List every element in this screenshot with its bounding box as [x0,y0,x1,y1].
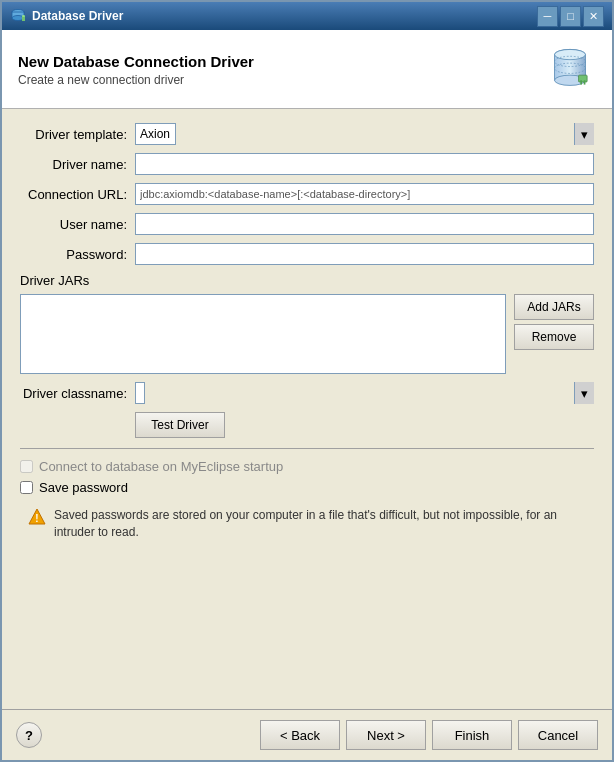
svg-text:!: ! [35,513,38,524]
header: New Database Connection Driver Create a … [2,30,612,109]
connect-startup-row: Connect to database on MyEclipse startup [20,459,594,474]
window-title: Database Driver [32,9,537,23]
footer-left: ? [16,722,42,748]
next-button[interactable]: Next > [346,720,426,750]
minimize-button[interactable]: ─ [537,6,558,27]
add-jars-button[interactable]: Add JARs [514,294,594,320]
driver-name-label: Driver name: [20,157,135,172]
title-bar-buttons: ─ □ ✕ [537,6,604,27]
page-title: New Database Connection Driver [18,53,254,70]
title-bar: Database Driver ─ □ ✕ [2,2,612,30]
driver-classname-select[interactable] [135,382,145,404]
connection-url-input[interactable] [135,183,594,205]
page-subtitle: Create a new connection driver [18,73,254,87]
connect-startup-checkbox[interactable] [20,460,33,473]
footer-buttons: < Back Next > Finish Cancel [260,720,598,750]
content-area: Driver template: Axion ▾ Driver name: Co… [2,109,612,709]
chevron-down-icon: ▾ [574,123,594,145]
password-label: Password: [20,247,135,262]
password-input[interactable] [135,243,594,265]
header-icon [544,44,596,96]
password-row: Password: [20,243,594,265]
user-name-label: User name: [20,217,135,232]
svg-point-4 [22,15,25,17]
svg-point-8 [555,49,586,59]
finish-button[interactable]: Finish [432,720,512,750]
svg-rect-12 [580,80,582,84]
driver-template-select[interactable]: Axion [135,123,176,145]
save-password-label: Save password [39,480,128,495]
header-text: New Database Connection Driver Create a … [18,53,254,87]
user-name-input[interactable] [135,213,594,235]
save-password-checkbox[interactable] [20,481,33,494]
driver-classname-select-wrapper: ▾ [135,382,594,404]
warning-box: ! Saved passwords are stored on your com… [20,501,594,547]
warning-icon: ! [28,508,46,526]
connection-url-row: Connection URL: [20,183,594,205]
driver-template-select-wrapper: Axion ▾ [135,123,594,145]
driver-jars-label: Driver JARs [20,273,594,288]
driver-classname-row: Driver classname: ▾ [20,382,594,404]
warning-text: Saved passwords are stored on your compu… [54,507,586,541]
driver-template-label: Driver template: [20,127,135,142]
svg-rect-13 [584,80,586,84]
footer: ? < Back Next > Finish Cancel [2,709,612,760]
connect-startup-label: Connect to database on MyEclipse startup [39,459,283,474]
connection-url-label: Connection URL: [20,187,135,202]
back-button[interactable]: < Back [260,720,340,750]
divider [20,448,594,449]
cancel-button[interactable]: Cancel [518,720,598,750]
help-button[interactable]: ? [16,722,42,748]
classname-chevron-icon: ▾ [574,382,594,404]
maximize-button[interactable]: □ [560,6,581,27]
driver-jars-section: Driver JARs Add JARs Remove [20,273,594,374]
close-button[interactable]: ✕ [583,6,604,27]
driver-name-input[interactable] [135,153,594,175]
save-password-row: Save password [20,480,594,495]
test-driver-row: Test Driver [20,412,594,438]
test-driver-button[interactable]: Test Driver [135,412,225,438]
driver-classname-label: Driver classname: [20,386,135,401]
driver-template-row: Driver template: Axion ▾ [20,123,594,145]
user-name-row: User name: [20,213,594,235]
main-window: Database Driver ─ □ ✕ New Database Conne… [0,0,614,762]
jars-area: Add JARs Remove [20,294,594,374]
svg-rect-11 [579,75,588,82]
driver-name-row: Driver name: [20,153,594,175]
jars-buttons: Add JARs Remove [514,294,594,374]
window-icon [10,8,26,24]
jars-list [20,294,506,374]
remove-button[interactable]: Remove [514,324,594,350]
